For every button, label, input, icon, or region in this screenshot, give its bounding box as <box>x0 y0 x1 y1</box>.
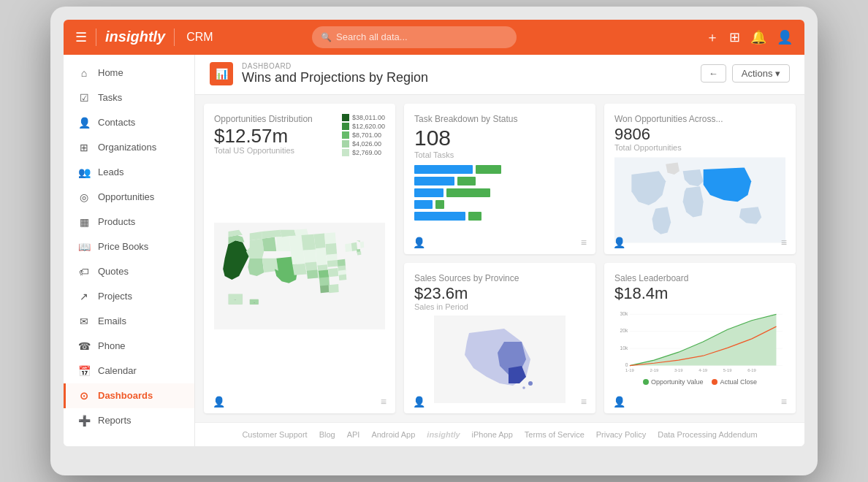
menu-icon[interactable]: ☰ <box>75 29 87 45</box>
page-title: Wins and Projections by Region <box>242 70 692 85</box>
x-label-5: 5-19 <box>723 368 732 372</box>
products-icon: ▦ <box>77 216 91 228</box>
bar-blue-1 <box>414 165 473 174</box>
bar-green-2 <box>457 177 476 185</box>
md-shape <box>357 252 362 256</box>
sidebar-item-contacts[interactable]: 👤 Contacts <box>64 110 194 135</box>
list-icon-leader: ≡ <box>781 396 787 408</box>
tasks-icon: ☑ <box>77 92 91 104</box>
footer-blog[interactable]: Blog <box>319 430 335 439</box>
y-label-0: 0 <box>625 362 628 367</box>
sidebar-item-phone[interactable]: ☎ Phone <box>64 334 194 359</box>
sidebar-item-pricebooks[interactable]: 📖 Price Books <box>64 234 194 259</box>
nav-divider <box>96 28 96 46</box>
footer-api[interactable]: API <box>347 430 360 439</box>
legend-label-2: $12,620.00 <box>352 123 385 130</box>
sc-shape <box>339 275 347 281</box>
bar-green-4 <box>435 200 444 209</box>
phone-icon: ☎ <box>77 340 91 352</box>
opportunity-area <box>630 315 777 366</box>
grid-icon[interactable]: ⊞ <box>729 29 740 45</box>
sales-sources-value: $23.6m <box>414 285 585 302</box>
user-icon[interactable]: 👤 <box>777 29 793 45</box>
nebraska-shape <box>301 234 316 251</box>
logo: insightly <box>105 28 165 45</box>
actions-button[interactable]: Actions ▾ <box>732 64 790 83</box>
back-button[interactable]: ← <box>701 64 726 83</box>
bell-icon[interactable]: 🔔 <box>750 29 766 45</box>
search-icon: 🔍 <box>321 32 332 42</box>
sidebar-item-tasks[interactable]: ☑ Tasks <box>64 85 194 110</box>
island-1 <box>522 386 525 389</box>
sidebar-item-home[interactable]: ⌂ Home <box>64 61 194 85</box>
ny-shape <box>351 242 358 251</box>
sales-sources-footer: 👤 ≡ <box>413 396 587 408</box>
sidebar-item-emails[interactable]: ✉ Emails <box>64 309 194 334</box>
dashboard-icon: 📊 <box>210 62 233 85</box>
leaderboard-card: Sales Leaderboard $18.4m 30k 20k 10k 0 <box>604 263 796 413</box>
calendar-icon: 📅 <box>77 365 91 377</box>
tasks-total: 108 <box>414 126 585 150</box>
sidebar-item-leads[interactable]: 👥 Leads <box>64 160 194 185</box>
legend-item-2: $12,620.00 <box>342 123 385 130</box>
footer-dpa[interactable]: Data Processing Addendum <box>658 430 757 439</box>
legend-color-1 <box>342 114 349 121</box>
content-area: 📊 DASHBOARD Wins and Projections by Regi… <box>195 55 804 446</box>
product-label: CRM <box>186 31 213 44</box>
add-icon[interactable]: ＋ <box>706 28 719 46</box>
won-opp-card: Won Opportunities Across... 9806 Total O… <box>604 104 796 254</box>
sales-sources-subtitle: Sales in Period <box>414 302 585 311</box>
search-bar[interactable]: 🔍 <box>312 26 517 48</box>
minnesota-shape <box>314 234 326 250</box>
bar-blue-2 <box>414 177 454 185</box>
main-layout: ⌂ Home ☑ Tasks 👤 Contacts ⊞ Organization… <box>64 55 804 446</box>
oklahoma-shape <box>292 264 307 275</box>
legend-text-actual: Actual Close <box>720 378 757 386</box>
search-input[interactable] <box>336 31 508 42</box>
arizona-shape <box>248 259 264 276</box>
list-icon-won: ≡ <box>781 237 787 248</box>
list-icon: ≡ <box>381 396 387 408</box>
page-footer: Customer Support Blog API Android App in… <box>195 422 804 446</box>
chart-legend: Opportunity Value Actual Close <box>614 378 785 386</box>
sidebar-item-dashboards[interactable]: ⊙ Dashboards <box>64 383 194 408</box>
sales-sources-card: Sales Sources by Province $23.6m Sales i… <box>404 263 595 413</box>
footer-tos[interactable]: Terms of Service <box>525 430 585 439</box>
footer-support[interactable]: Customer Support <box>242 430 307 439</box>
sidebar-item-projects[interactable]: ↗ Projects <box>64 284 194 309</box>
opportunities-legend: $38,011.00 $12,620.00 $8,701.00 <box>342 114 385 158</box>
top-nav: ☰ insightly CRM 🔍 ＋ ⊞ 🔔 👤 <box>64 20 804 55</box>
bar-row-2 <box>414 177 585 185</box>
sidebar-item-organizations[interactable]: ⊞ Organizations <box>64 135 194 160</box>
tasks-card-footer: 👤 ≡ <box>413 237 587 248</box>
legend-label-4: $4,026.00 <box>352 140 381 148</box>
y-label-30k: 30k <box>620 311 628 316</box>
contacts-icon: 👤 <box>77 117 91 129</box>
footer-privacy[interactable]: Privacy Policy <box>596 430 646 439</box>
tasks-card: Task Breakdown by Status 108 Total Tasks <box>404 104 595 254</box>
bar-green-5 <box>468 212 481 221</box>
nav-icons: ＋ ⊞ 🔔 👤 <box>706 28 793 46</box>
reports-icon: ➕ <box>77 415 91 426</box>
sidebar-item-calendar[interactable]: 📅 Calendar <box>64 359 194 383</box>
michigan-shape <box>325 243 337 256</box>
dashboard-header: 📊 DASHBOARD Wins and Projections by Regi… <box>195 55 804 95</box>
footer-iphone[interactable]: iPhone App <box>472 430 513 439</box>
person-icon-tasks: 👤 <box>413 237 425 248</box>
sidebar-item-opportunities[interactable]: ◎ Opportunities <box>64 185 194 210</box>
sidebar-item-reports[interactable]: ➕ Reports <box>64 408 194 433</box>
tasks-title: Task Breakdown by Status <box>414 114 585 124</box>
projects-icon: ↗ <box>77 291 91 302</box>
sidebar-item-quotes[interactable]: 🏷 Quotes <box>64 259 194 284</box>
tasks-bar-chart <box>414 165 585 221</box>
legend-dot-opportunity <box>643 379 649 385</box>
y-label-20k: 20k <box>620 329 628 334</box>
footer-android[interactable]: Android App <box>371 430 415 439</box>
china-map-container <box>414 315 585 403</box>
legend-item-1: $38,011.00 <box>342 114 385 121</box>
sidebar-item-products[interactable]: ▦ Products <box>64 210 194 234</box>
person-icon-sales: 👤 <box>413 396 425 408</box>
leads-icon: 👥 <box>77 167 91 178</box>
tasks-subtitle: Total Tasks <box>414 150 585 159</box>
pa-shape <box>345 243 352 252</box>
